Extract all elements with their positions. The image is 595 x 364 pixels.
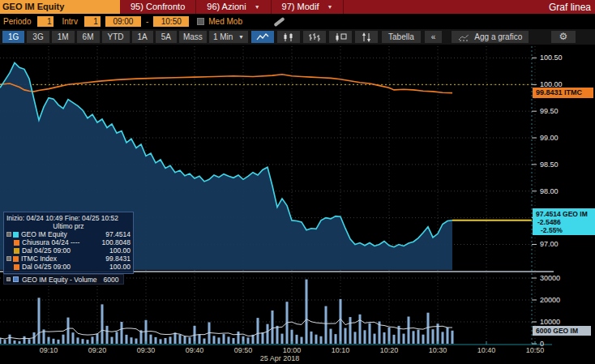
- gear-icon: ⚙: [559, 32, 568, 42]
- menu-item-confronto[interactable]: 95) Confronto: [120, 0, 196, 14]
- series-color-swatch: [13, 232, 19, 238]
- time-to-input[interactable]: 10:50: [153, 16, 189, 27]
- bloomberg-chart-window: GEO IM Equity 95) Confronto 96) Azioni ▼…: [0, 0, 595, 364]
- mini-chart-icon: [458, 33, 470, 41]
- legend-series-value: 100.8048: [102, 238, 131, 246]
- itmc-badge-text: 99.8431 ITMC: [536, 88, 582, 96]
- screen-title: Graf linea: [549, 2, 595, 13]
- tab-3g[interactable]: 3G: [27, 31, 49, 43]
- time-axis-label: 09:10: [40, 346, 58, 354]
- pencil-icon[interactable]: [273, 16, 285, 26]
- chevron-down-icon: ▼: [238, 34, 244, 40]
- price-axis-label: 100.50: [540, 54, 563, 62]
- med-mob-label: Med Mob: [208, 17, 242, 26]
- price-axis-label: 99.50: [540, 107, 559, 115]
- series-color-swatch: [14, 264, 19, 270]
- ohlc-chart-type-button[interactable]: [303, 31, 326, 43]
- time-axis-label: 10:00: [283, 346, 302, 354]
- tree-toggle-icon[interactable]: [6, 232, 11, 237]
- time-axis-label: 09:30: [137, 346, 156, 354]
- volume-axis-label: 30000: [540, 274, 560, 282]
- add-to-chart-button[interactable]: Agg a grafico: [452, 31, 529, 43]
- chart-toolbar: 1G 3G 1M 6M YTD 1A 5A Mass 1 Min ▼: [0, 29, 595, 45]
- ohlc-bars-icon: [308, 32, 321, 42]
- tab-5a[interactable]: 5A: [156, 31, 177, 43]
- legend-column-header: Ultimo prz: [6, 222, 131, 230]
- series-color-swatch: [14, 240, 19, 246]
- price-axis-label: 98.00: [540, 187, 559, 195]
- candlestick-chart-type-button[interactable]: [277, 31, 300, 43]
- legend-series-label: GEO IM Equity: [21, 230, 67, 238]
- menu-item-modif[interactable]: 97) Modif ▼: [272, 0, 345, 14]
- chart-legend: Inizio: 04/24 10:49 Fine: 04/25 10:52 Ul…: [3, 212, 134, 274]
- menu-item-azioni[interactable]: 96) Azioni ▼: [196, 0, 271, 14]
- up-down-arrows-icon: [360, 32, 373, 42]
- chart-area: 100.50100.0099.5099.0098.5098.0097.5097.…: [0, 45, 595, 364]
- candlestick-icon: [282, 32, 295, 42]
- legend-series-label: ITMC Index: [21, 255, 57, 263]
- periodo-input[interactable]: 1: [37, 16, 54, 27]
- legend-row: Dal 04/25 09:00100.00: [6, 263, 131, 271]
- time-axis-label: 10:30: [429, 346, 447, 354]
- tab-1m[interactable]: 1M: [52, 31, 75, 43]
- tab-6m[interactable]: 6M: [77, 31, 100, 43]
- legend-series-label: Dal 04/25 09:00: [22, 263, 71, 271]
- legend-row: GEO IM Equity97.4514: [6, 230, 131, 238]
- med-mob-checkbox[interactable]: [197, 18, 204, 25]
- series-color-swatch: [13, 256, 19, 262]
- security-ticker-input[interactable]: GEO IM Equity: [0, 0, 120, 14]
- time-axis-label: 09:20: [88, 346, 107, 354]
- legend-series-label: Dal 04/25 09:00: [22, 246, 71, 255]
- interval-dropdown[interactable]: 1 Min ▼: [209, 31, 248, 43]
- settings-button[interactable]: ⚙: [551, 31, 576, 43]
- menu-item-label: 97) Modif: [282, 2, 319, 11]
- menu-bar: 95) Confronto 96) Azioni ▼ 97) Modif ▼ G…: [120, 0, 595, 14]
- tree-toggle-icon[interactable]: [6, 256, 11, 261]
- menu-item-label: 96) Azioni: [207, 2, 246, 11]
- double-chevron-left-icon: «: [431, 32, 436, 41]
- add-to-chart-label: Agg a grafico: [474, 32, 522, 41]
- intrv-input[interactable]: 1: [84, 16, 101, 27]
- time-axis-label: 10:40: [477, 346, 496, 354]
- line-chart-type-button[interactable]: [251, 31, 274, 43]
- compare-sort-button[interactable]: [355, 31, 378, 43]
- geo-badge-change: -2.5486: [536, 218, 593, 226]
- legend-row: ITMC Index99.8431: [6, 255, 131, 263]
- collapse-button[interactable]: «: [425, 31, 443, 43]
- candle-volume-chart-type-button[interactable]: [329, 31, 352, 43]
- legend-series-value: 99.8431: [105, 255, 131, 263]
- legend-series-value: 100.00: [109, 263, 131, 271]
- date-label: 25 Apr 2018: [251, 354, 308, 362]
- volume-badge-text: 6000 GEO IM: [536, 327, 578, 335]
- price-volume-chart[interactable]: [0, 45, 595, 364]
- tab-mass[interactable]: Mass: [179, 31, 207, 43]
- line-chart-icon: [256, 32, 269, 41]
- tab-1g[interactable]: 1G: [2, 31, 24, 43]
- geo-badge-price: 97.4514 GEO IM: [536, 210, 593, 218]
- volume-panel-value: 6000: [104, 276, 119, 284]
- tabella-button[interactable]: Tabella: [382, 31, 421, 43]
- legend-series-label: Chiusura 04/24 ----: [22, 238, 79, 246]
- volume-axis-label: 20000: [540, 296, 560, 304]
- geo-last-price-badge: 97.4514 GEO IM -2.5486 -2.55%: [533, 208, 595, 235]
- interval-dropdown-value: 1 Min: [213, 32, 233, 41]
- tab-1a[interactable]: 1A: [132, 31, 153, 43]
- volume-panel-legend: GEO IM Equity - Volume 6000: [3, 274, 124, 285]
- time-range-separator: -: [146, 17, 148, 26]
- price-axis-label: 99.00: [540, 134, 559, 142]
- volume-last-badge: 6000 GEO IM: [533, 326, 591, 336]
- price-axis-label: 98.50: [540, 161, 559, 169]
- tree-toggle-icon[interactable]: [6, 277, 11, 281]
- tab-ytd[interactable]: YTD: [102, 31, 130, 43]
- time-from-input[interactable]: 09:00: [105, 16, 141, 27]
- time-axis-label: 10:20: [380, 346, 399, 354]
- geo-badge-change-pct: -2.55%: [536, 226, 593, 234]
- legend-row: Chiusura 04/24 ----100.8048: [6, 238, 131, 246]
- volume-series-swatch: [13, 276, 19, 282]
- time-axis-label: 09:40: [186, 346, 204, 354]
- periodo-label: Periodo: [3, 17, 31, 26]
- chevron-down-icon: ▼: [327, 4, 333, 10]
- time-axis-label: 09:50: [234, 346, 253, 354]
- itmc-last-price-badge: 99.8431 ITMC: [533, 88, 593, 98]
- volume-panel-title: GEO IM Equity - Volume: [22, 276, 97, 284]
